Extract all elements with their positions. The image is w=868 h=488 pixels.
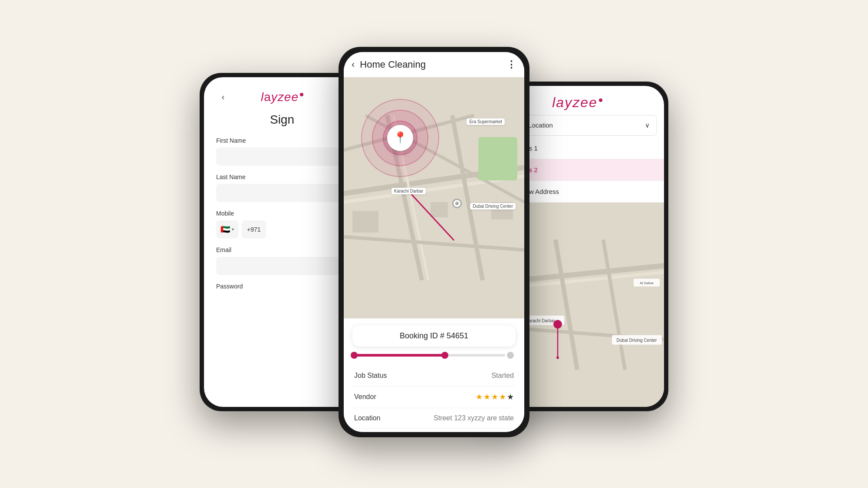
star-4: ★ [499,392,506,402]
vendor-row: Vendor ★ ★ ★ ★ ★ [352,386,516,408]
progress-dot-mid [441,352,448,359]
location-row: Location Street 123 xyzzy are state [352,408,516,429]
phone-left-screen: ‹ layzee Sign First Name Last Name [204,77,360,407]
header-menu-button[interactable]: ⋮ [506,59,516,70]
svg-text:Al Satwa: Al Satwa [640,281,654,285]
progress-bar [352,352,516,359]
svg-point-26 [556,356,559,359]
phone-center-screen: ‹ Home Cleaning ⋮ [344,52,524,432]
location-pin-icon: 📍 [393,131,407,144]
booking-panel: Booking ID # 54651 Job Statu [344,318,524,432]
location-label: Location [354,414,381,422]
vendor-label: Vendor [354,393,376,401]
sign-header: ‹ layzee [216,90,348,104]
svg-text:Karachi Darbar: Karachi Darbar [526,318,555,323]
star-1: ★ [476,392,483,402]
mobile-group: Mobile 🇦🇪 ▾ +971 [216,210,348,239]
progress-track [354,354,505,357]
dropdown-arrow-icon: ▾ [232,227,234,232]
job-status-value: Started [491,372,514,380]
svg-rect-11 [431,202,448,217]
email-label: Email [216,246,348,253]
location-pin-circle: 📍 [387,125,413,151]
svg-rect-9 [478,137,517,180]
map-label-dubai: Dubai Driving Center [470,203,516,210]
phone-code: +971 [242,220,266,239]
destination-pin [452,199,462,208]
layzee-logo-left: layzee [261,90,303,104]
email-group: Email [216,246,348,275]
progress-dot-start [351,352,358,359]
back-icon: ‹ [222,92,225,102]
phone-center: ‹ Home Cleaning ⋮ [339,47,529,437]
home-cleaning-screen: ‹ Home Cleaning ⋮ [344,52,524,432]
map-label-era: Era Supermarket [467,118,505,125]
sign-title: Sign [216,113,348,127]
job-status-label: Job Status [354,372,387,380]
first-name-label: First Name [216,137,348,144]
header-back-button[interactable]: ‹ [352,59,355,70]
progress-fill [354,354,445,357]
map-background: 📍 Era Supermarket Karachi Darbar Dubai D… [344,77,524,318]
destination-pin-inner [455,202,459,205]
app-header: ‹ Home Cleaning ⋮ [344,52,524,77]
star-2: ★ [483,392,490,402]
progress-dot-end [507,352,514,359]
back-button[interactable]: ‹ [216,90,230,104]
password-group: Password [216,283,348,293]
last-name-label: Last Name [216,174,348,180]
map-label-karachi: Karachi Darbar [391,188,426,194]
flag-icon: 🇦🇪 [220,225,230,234]
last-name-input[interactable] [216,184,348,202]
sign-screen: ‹ layzee Sign First Name Last Name [204,77,360,407]
job-status-row: Job Status Started [352,366,516,386]
first-name-group: First Name [216,137,348,166]
header-title: Home Cleaning [360,59,506,70]
email-input[interactable] [216,257,348,275]
star-3: ★ [491,392,498,402]
vendor-stars: ★ ★ ★ ★ ★ [476,392,514,402]
location-value: Street 123 xyzzy are state [434,414,514,422]
star-5: ★ [507,392,514,402]
mobile-row: 🇦🇪 ▾ +971 [216,220,348,239]
first-name-input[interactable] [216,147,348,166]
svg-text:Dubai Driving Center: Dubai Driving Center [617,337,657,342]
layzee-logo-right: layzee [552,95,602,111]
last-name-group: Last Name [216,174,348,202]
dropdown-chevron-icon: ∨ [645,121,650,129]
password-label: Password [216,283,348,290]
map-area: 📍 Era Supermarket Karachi Darbar Dubai D… [344,77,524,318]
svg-rect-10 [352,211,378,233]
mobile-label: Mobile [216,210,348,217]
booking-id-box: Booking ID # 54651 [352,325,516,347]
phones-container: ‹ layzee Sign First Name Last Name [174,38,694,450]
flag-selector[interactable]: 🇦🇪 ▾ [216,220,238,239]
